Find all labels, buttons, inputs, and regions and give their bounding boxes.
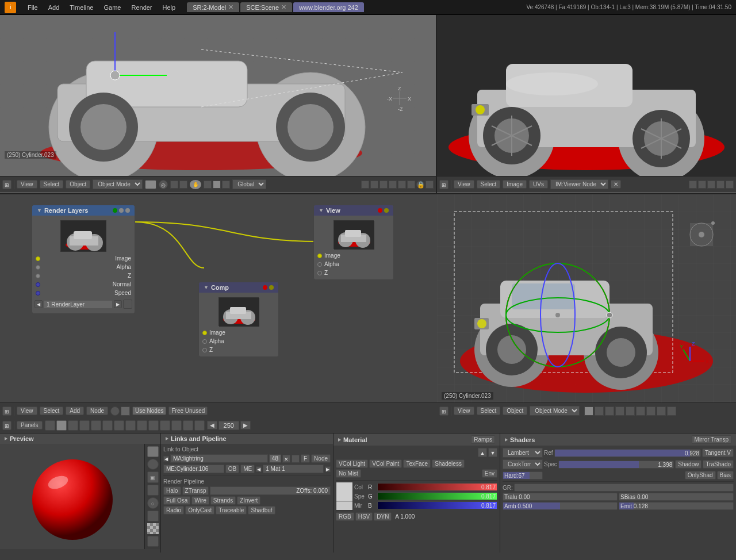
ne-add-btn[interactable]: Add [66,406,84,415]
material-section-header[interactable]: Material Ramps [334,434,500,446]
ma-f-btn[interactable]: F [301,454,310,463]
node-enabled-dot[interactable] [113,208,117,213]
snap-icon-left[interactable] [145,180,156,189]
links-section-header[interactable]: Links and Pipeline [161,434,333,444]
vp-lock-icon[interactable]: 🔒 [416,181,424,189]
bias-btn[interactable]: Bias [717,471,734,480]
ma-browse-btn[interactable] [292,455,300,463]
ne-select-btn[interactable]: Select [40,406,64,415]
pi-4[interactable] [79,420,90,431]
rl-render-btn[interactable] [123,300,132,309]
vp-ctrl-r6[interactable] [407,181,415,189]
hsv-btn[interactable]: HSV [355,512,373,521]
pi-9[interactable] [137,420,147,431]
node-editor-panel[interactable]: ▼ Render Layers [0,194,437,419]
me-value-display[interactable]: ME:Cylinder.106 [163,465,224,473]
pi-12[interactable] [171,420,182,431]
lambert-select[interactable]: Lambert [503,448,543,458]
use-nodes-btn[interactable]: Use Nodes [132,406,166,415]
mat-arrow-up[interactable]: ▲ [478,448,487,457]
tab-close-sr2[interactable]: ✕ [228,3,233,11]
view3d-type-icon[interactable]: ⊞ [439,406,448,416]
node-canvas[interactable]: ▼ Render Layers [0,194,437,402]
socket-alpha-comp-in[interactable] [202,339,207,344]
mode-btn-3[interactable] [222,181,230,189]
tangent-v-btn[interactable]: Tangent V [702,448,734,457]
onlyshad-btn[interactable]: OnlyShad [685,471,716,480]
menu-help[interactable]: Help [158,3,181,12]
pi-14[interactable] [194,420,205,431]
preview-section-header[interactable]: Preview [0,434,160,444]
uvs-btn-right[interactable]: UVs [529,180,548,189]
shadow-btn[interactable]: Shadow [675,460,702,469]
ctrl-btn-1[interactable] [170,181,178,189]
ne-view-btn[interactable]: View [17,406,37,415]
tab-close-scene[interactable]: ✕ [281,3,286,11]
v3d-icon-4[interactable] [615,406,624,416]
vcol-light-btn[interactable]: VCol Light [336,459,368,468]
pi-7[interactable] [114,420,124,431]
viewport-type-icon-left[interactable]: ⊞ [2,180,12,189]
dyn-btn[interactable]: DYN [374,512,392,521]
ma-x-btn[interactable]: ✕ [282,455,290,463]
shaders-section-header[interactable]: Shaders Mirror Transp [500,434,736,446]
col-b-slider[interactable]: 0.817 [377,501,497,509]
menu-timeline[interactable]: Timeline [65,3,98,12]
node-view-close[interactable] [378,208,382,213]
vp-ctrl-r4[interactable] [389,181,397,189]
node-comp-min[interactable] [269,285,274,290]
socket-image-out[interactable] [36,256,40,261]
socket-z-out[interactable] [36,274,40,278]
ctrl-btn-2[interactable] [179,181,187,189]
halo-btn[interactable]: Halo [163,486,181,495]
node-comp-close[interactable] [263,285,267,290]
cursor-icon-left[interactable]: ✋ [190,180,201,189]
v3d-icon-3[interactable] [605,406,614,416]
gr-input[interactable] [514,484,734,492]
count-next-btn[interactable]: ▶ [240,421,251,429]
menu-render[interactable]: Render [126,3,156,12]
tab-sr2-model[interactable]: SR:2-Model ✕ [187,2,239,12]
object-btn-left[interactable]: Object [66,180,90,189]
ne-node-btn[interactable]: Node [86,406,108,415]
v3d-icon-2[interactable] [595,406,604,416]
ma-node-btn[interactable]: Node [311,454,331,463]
v3d-icon-5[interactable] [626,406,635,416]
v3d-icon-1[interactable] [584,406,593,416]
shadbuf-btn[interactable]: Shadbuf [248,506,275,515]
v3d-icon-6[interactable] [636,406,645,416]
sbias-slider[interactable]: SBias 0.00 [619,493,734,501]
rl-next-btn[interactable]: ▶ [114,300,122,308]
me-ob-btn[interactable]: OB [225,465,239,473]
v3d-icon-7[interactable] [646,406,656,416]
pi-1[interactable] [45,420,55,431]
full-osa-btn[interactable]: Full Osa [163,496,190,505]
pi-5[interactable] [91,420,101,431]
mat-arrow-left[interactable]: ◀ [256,466,262,472]
col-g-slider[interactable]: 0.817 [377,492,497,500]
headphone-icon-left[interactable]: ◎ [159,180,168,189]
node-view-collapse[interactable]: ▼ [319,208,324,213]
free-unused-btn[interactable]: Free Unused [168,406,208,415]
tralu-slider[interactable]: Tralu 0.00 [503,493,618,501]
view3d-mode-select[interactable]: Object Mode [530,406,580,416]
viewer-ctrl-2[interactable] [698,181,706,189]
texface-btn[interactable]: TexFace [403,459,431,468]
tab-scene[interactable]: SCE:Scene ✕ [240,2,292,12]
view3d-right-panel[interactable]: X Y Z (250) Cylinder.023 ⊞ View Select [437,194,736,419]
col-r-slider[interactable]: 0.817 [377,483,497,491]
viewer-ctrl-1[interactable] [689,181,697,189]
spec-slider[interactable]: 1.398 [558,461,674,469]
viewport-type-icon-right[interactable]: ⊞ [439,180,448,189]
node-view-min[interactable] [384,208,389,213]
ma-arrow-left[interactable]: ◀ [163,456,169,462]
node-comp[interactable]: ▼ Comp [198,282,279,357]
hard-slider[interactable]: Hard:67 [503,471,543,480]
col-swatch-block[interactable] [336,482,353,511]
pi-2[interactable] [56,420,67,431]
node-comp-collapse[interactable]: ▼ [204,285,209,290]
ma-value-display[interactable]: MA:lightring [170,454,268,463]
socket-z-view-in[interactable] [317,271,322,275]
menu-add[interactable]: Add [44,3,64,12]
radio-btn[interactable]: Radio [163,506,184,515]
